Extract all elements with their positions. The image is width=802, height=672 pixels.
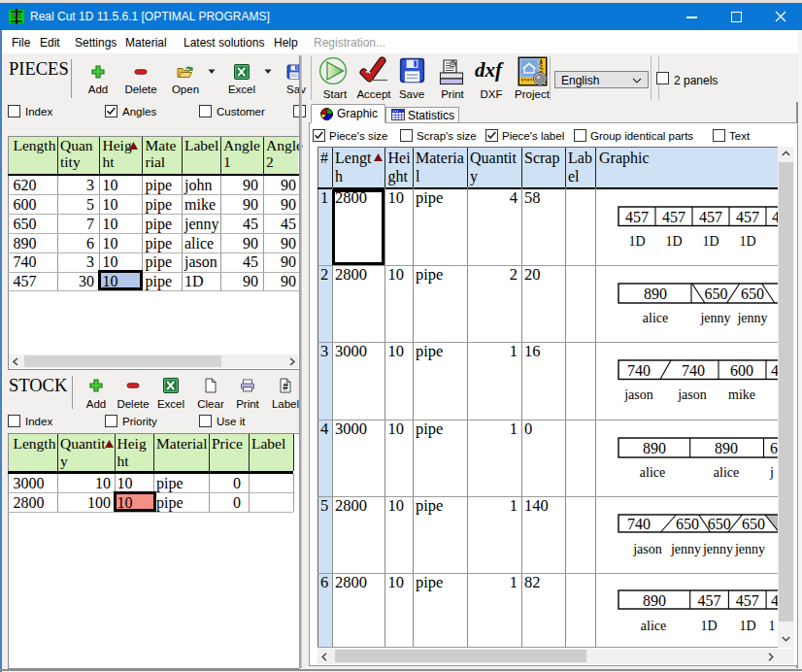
svg-text:650: 650 [741, 286, 764, 302]
svg-text:jenny: jenny [734, 542, 765, 556]
svg-text:jason: jason [632, 542, 662, 556]
svg-text:1D: 1D [700, 619, 717, 633]
svg-text:457: 457 [625, 209, 649, 225]
svg-text:740: 740 [627, 362, 651, 379]
svg-text:jenny: jenny [699, 311, 730, 325]
svg-text:740: 740 [682, 362, 705, 379]
svg-text:1D: 1D [739, 619, 755, 633]
svg-text:600: 600 [730, 362, 753, 379]
svg-text:650: 650 [742, 516, 765, 532]
svg-text:457: 457 [662, 209, 685, 225]
svg-text:890: 890 [644, 286, 667, 302]
svg-text:alice: alice [640, 465, 665, 480]
svg-text:jenny: jenny [702, 542, 733, 556]
svg-text:1D: 1D [665, 234, 682, 249]
svg-text:6: 6 [770, 440, 778, 456]
svg-text:j: j [769, 465, 774, 480]
svg-text:jenny: jenny [736, 311, 767, 325]
svg-text:mike: mike [728, 387, 755, 402]
svg-text:457: 457 [736, 209, 759, 225]
svg-text:alice: alice [641, 619, 666, 633]
svg-text:1: 1 [769, 619, 776, 633]
svg-text:890: 890 [643, 592, 666, 609]
svg-text:jason: jason [677, 387, 707, 402]
svg-text:1D: 1D [628, 234, 645, 249]
svg-text:4: 4 [771, 592, 778, 609]
svg-text:1D: 1D [702, 234, 718, 249]
svg-text:740: 740 [627, 516, 651, 532]
svg-text:650: 650 [676, 516, 699, 532]
svg-text:650: 650 [708, 516, 731, 532]
svg-text:650: 650 [705, 286, 728, 302]
svg-text:alice: alice [714, 465, 739, 480]
svg-text:#: # [283, 382, 288, 392]
svg-text:4: 4 [771, 362, 778, 379]
svg-text:890: 890 [643, 440, 666, 456]
svg-text:1D: 1D [739, 234, 755, 249]
svg-text:jason: jason [623, 387, 653, 402]
svg-text:457: 457 [698, 592, 721, 609]
svg-text:457: 457 [736, 592, 759, 609]
svg-text:jenny: jenny [670, 542, 701, 556]
svg-text:457: 457 [699, 209, 722, 225]
svg-text:890: 890 [715, 440, 738, 456]
svg-text:alice: alice [643, 311, 668, 325]
